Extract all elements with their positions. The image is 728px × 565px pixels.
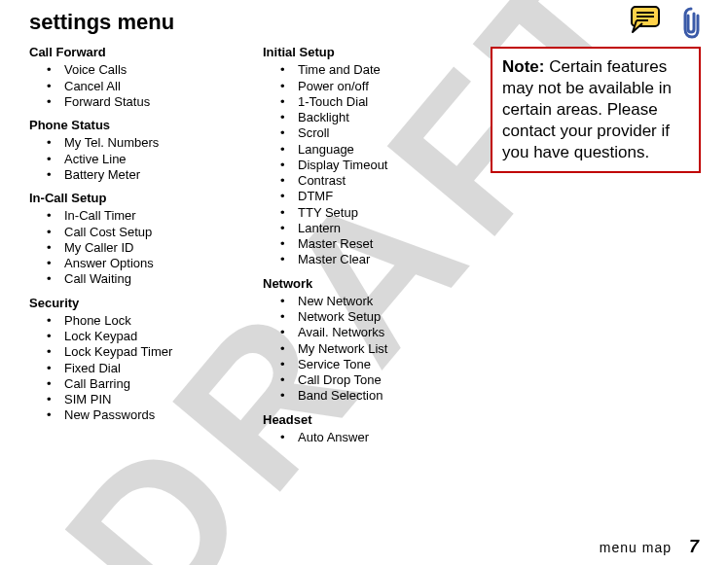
section-heading: Network <box>263 276 496 292</box>
list-item: Phone Lock <box>64 313 263 329</box>
list-item: Master Clear <box>298 252 496 267</box>
page-footer: menu map 7 <box>600 537 699 557</box>
section-items: Time and DatePower on/off1-Touch DialBac… <box>263 62 496 267</box>
list-item: Active Line <box>64 152 263 167</box>
page-content: settings menu Call ForwardVoice CallsCan… <box>0 0 728 525</box>
list-item: Service Tone <box>298 357 496 372</box>
section-heading: Headset <box>263 412 496 428</box>
list-item: My Tel. Numbers <box>64 135 263 151</box>
list-item: Cancel All <box>64 79 263 94</box>
column: Initial SetupTime and DatePower on/off1-… <box>263 45 496 445</box>
list-item: Answer Options <box>64 256 263 271</box>
columns-container: Call ForwardVoice CallsCancel AllForward… <box>29 45 699 445</box>
list-item: My Network List <box>298 341 496 357</box>
list-item: SIM PIN <box>64 392 263 407</box>
list-item: Master Reset <box>298 236 496 252</box>
column: Call ForwardVoice CallsCancel AllForward… <box>29 45 263 445</box>
section-items: Phone LockLock KeypadLock Keypad TimerFi… <box>29 313 263 424</box>
list-item: Language <box>298 142 496 158</box>
list-item: Contrast <box>298 173 496 189</box>
page-title: settings menu <box>29 10 699 35</box>
list-item: Voice Calls <box>64 62 263 78</box>
list-item: Band Selection <box>298 388 496 404</box>
list-item: Lock Keypad Timer <box>64 344 263 360</box>
list-item: Lantern <box>298 221 496 236</box>
list-item: Network Setup <box>298 309 496 325</box>
list-item: In-Call Timer <box>64 208 263 224</box>
list-item: Call Barring <box>64 376 263 392</box>
footer-label: menu map <box>600 540 672 555</box>
list-item: My Caller ID <box>64 240 263 256</box>
section-heading: In-Call Setup <box>29 191 263 206</box>
list-item: Avail. Networks <box>298 325 496 340</box>
list-item: Power on/off <box>298 79 496 94</box>
list-item: Lock Keypad <box>64 329 263 344</box>
page-number: 7 <box>689 537 699 557</box>
list-item: New Network <box>298 294 496 309</box>
section-heading: Initial Setup <box>263 45 496 60</box>
list-item: Call Drop Tone <box>298 372 496 388</box>
section-items: Voice CallsCancel AllForward Status <box>29 62 263 110</box>
section-heading: Security <box>29 296 263 311</box>
list-item: 1-Touch Dial <box>298 94 496 110</box>
list-item: Auto Answer <box>298 430 496 445</box>
section-items: In-Call TimerCall Cost SetupMy Caller ID… <box>29 208 263 287</box>
list-item: DTMF <box>298 189 496 204</box>
list-item: Call Waiting <box>64 271 263 287</box>
list-item: Scroll <box>298 125 496 141</box>
section-items: New NetworkNetwork SetupAvail. NetworksM… <box>263 294 496 405</box>
list-item: Backlight <box>298 110 496 125</box>
list-item: TTY Setup <box>298 205 496 221</box>
list-item: Forward Status <box>64 94 263 110</box>
list-item: Call Cost Setup <box>64 225 263 240</box>
list-item: Time and Date <box>298 62 496 78</box>
section-items: My Tel. NumbersActive LineBattery Meter <box>29 135 263 183</box>
section-heading: Phone Status <box>29 118 263 133</box>
list-item: Fixed Dial <box>64 361 263 376</box>
list-item: Display Timeout <box>298 158 496 173</box>
section-items: Auto Answer <box>263 430 496 445</box>
list-item: New Passwords <box>64 407 263 423</box>
section-heading: Call Forward <box>29 45 263 60</box>
list-item: Battery Meter <box>64 167 263 183</box>
